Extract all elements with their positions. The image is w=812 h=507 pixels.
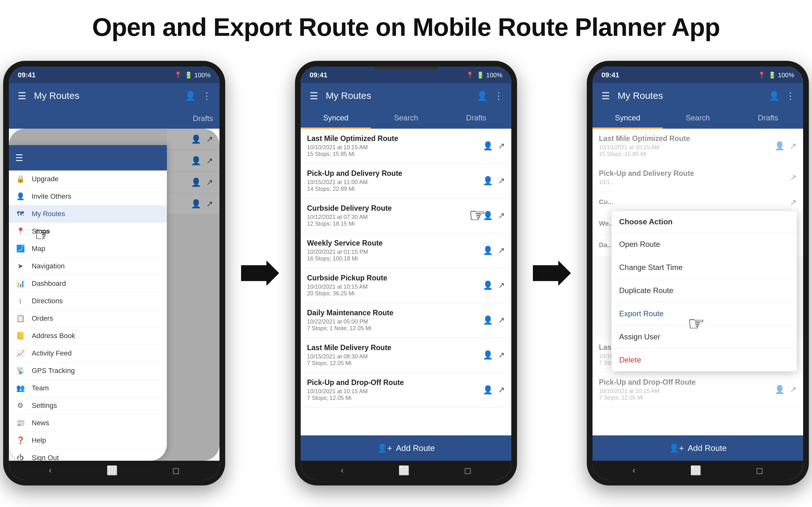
svg-marker-1 <box>533 261 571 286</box>
assign-icon-2-1[interactable]: 👤 <box>483 176 493 186</box>
route-item-2-1[interactable]: Pick-Up and Delivery Route 10/15/2021 at… <box>301 164 511 199</box>
drawer-item-activityfeed[interactable]: 📈 Activity Feed <box>9 345 167 362</box>
context-menu-change-start-time[interactable]: Change Start Time <box>612 256 797 279</box>
context-menu: Choose Action Open Route Change Start Ti… <box>612 211 797 372</box>
more-vert-icon-2[interactable]: ⋮ <box>492 89 505 103</box>
more-vert-icon-1[interactable]: ⋮ <box>200 89 213 103</box>
hamburger-icon-2[interactable]: ☰ <box>307 88 321 104</box>
drawer-item-invite[interactable]: 👤 Invite Others <box>9 188 167 205</box>
recents-icon-1[interactable]: ◻ <box>172 465 180 475</box>
export-icon-2-4[interactable]: ↗ <box>498 280 505 290</box>
recents-icon-3[interactable]: ◻ <box>756 465 763 475</box>
drawer-item-dashboard[interactable]: 📊 Dashboard <box>9 275 167 292</box>
route-item-3-curbside[interactable]: Cu... ↗ <box>593 192 803 213</box>
context-menu-open-route[interactable]: Open Route <box>612 233 797 256</box>
export-icon-2-5[interactable]: ↗ <box>498 315 505 325</box>
more-vert-icon-3[interactable]: ⋮ <box>784 89 797 103</box>
export-icon-3-c[interactable]: ↗ <box>790 198 797 207</box>
back-icon-3[interactable]: ‹ <box>632 465 635 475</box>
route-item-3-pickup[interactable]: Pick-Up and Drop-Off Route 10/10/2021 at… <box>593 372 803 407</box>
tab-search-2[interactable]: Search <box>371 108 441 129</box>
export-icon-2-0[interactable]: ↗ <box>498 141 505 151</box>
phone-2: 09:41 📍 🔋 100% ☰ My Routes 👤 ⋮ Synced Se… <box>295 61 517 486</box>
home-icon-1[interactable]: ⬜ <box>107 465 118 475</box>
drawer-item-signout[interactable]: ⏻ Sign Out <box>9 449 167 461</box>
person-add-icon-3[interactable]: 👤 <box>767 89 781 103</box>
context-menu-export-route[interactable]: Export Route <box>612 302 797 326</box>
context-menu-assign-user[interactable]: Assign User <box>612 326 797 349</box>
drawer-item-settings[interactable]: ⚙ Settings <box>9 397 167 414</box>
drawer-item-stops[interactable]: 📍 Stops <box>9 223 167 240</box>
drawer-item-help[interactable]: ❓ Help <box>9 432 167 449</box>
assign-icon-2-0[interactable]: 👤 <box>483 141 493 151</box>
export-icon-2-7[interactable]: ↗ <box>498 385 505 395</box>
drawer-item-upgrade[interactable]: 🔒 Upgrade <box>9 170 167 188</box>
person-add-icon-2[interactable]: 👤 <box>475 89 490 103</box>
export-icon-3-1[interactable]: ↗ <box>790 173 797 182</box>
route-item-2-3[interactable]: Weekly Service Route 10/20/2021 at 01:15… <box>301 233 511 268</box>
assign-icon-3-pu[interactable]: 👤 <box>774 385 785 395</box>
assign-icon-2-5[interactable]: 👤 <box>483 315 493 325</box>
tab-synced-3[interactable]: Synced <box>593 108 663 129</box>
drawer-label-stops: Stops <box>32 227 49 235</box>
export-icon-2-6[interactable]: ↗ <box>498 350 505 360</box>
export-icon-3-pu[interactable]: ↗ <box>790 385 797 395</box>
context-menu-duplicate-route[interactable]: Duplicate Route <box>612 279 797 302</box>
route-item-2-5[interactable]: Daily Maintenance Route 10/22/2021 at 05… <box>301 303 511 338</box>
hamburger-icon-1[interactable]: ☰ <box>15 88 29 104</box>
location-icon-1: 📍 <box>174 71 182 79</box>
drawer-label-invite: Invite Others <box>32 192 71 201</box>
routes-icon: 🗺 <box>15 210 26 218</box>
drawer-item-news[interactable]: 📰 News <box>9 414 167 432</box>
route-item-2-4[interactable]: Curbside Pickup Route 10/10/2021 at 10:1… <box>301 268 511 303</box>
drawer-item-directions[interactable]: ↕ Directions <box>9 292 167 310</box>
drawer-label-help: Help <box>32 436 46 445</box>
drawer-item-myroutes[interactable]: 🗺 My Routes <box>9 205 167 223</box>
recents-icon-2[interactable]: ◻ <box>464 465 471 475</box>
add-route-button-2[interactable]: 👤+ Add Route <box>301 435 511 461</box>
arrow-2 <box>533 261 571 286</box>
route-item-3-0[interactable]: Last Mile Optimized Route 10/10/2021 at … <box>593 129 803 164</box>
drawer-item-map[interactable]: 🗾 Map <box>9 240 167 258</box>
battery-icon-2: 🔋 100% <box>476 71 502 79</box>
drawer-item-team[interactable]: 👥 Team <box>9 380 167 397</box>
export-icon-2-1[interactable]: ↗ <box>498 176 505 186</box>
addressbook-icon: 📒 <box>15 332 26 340</box>
assign-icon-3-0[interactable]: 👤 <box>774 141 785 151</box>
tab-search-3[interactable]: Search <box>663 108 733 129</box>
home-icon-3[interactable]: ⬜ <box>690 465 701 475</box>
home-icon-2[interactable]: ⬜ <box>398 465 409 475</box>
add-route-icon-3: 👤+ <box>669 443 684 453</box>
assign-icon-2-6[interactable]: 👤 <box>483 350 493 360</box>
route-item-2-7[interactable]: Pick-Up and Drop-Off Route 10/10/2021 at… <box>301 373 511 407</box>
tab-drafts-2[interactable]: Drafts <box>441 108 511 129</box>
tab-drafts-3[interactable]: Drafts <box>733 108 803 129</box>
route-item-2-2[interactable]: Curbside Delivery Route 10/12/2021 at 07… <box>301 199 511 233</box>
route-item-2-6[interactable]: Last Mile Delivery Route 10/15/2021 at 0… <box>301 338 511 373</box>
assign-icon-2-2[interactable]: 👤 <box>483 211 493 221</box>
add-route-button-3[interactable]: 👤+ Add Route <box>593 435 803 461</box>
person-add-icon-1[interactable]: 👤 <box>183 89 198 103</box>
drawer-item-navigation[interactable]: ➤ Navigation <box>9 258 167 275</box>
hamburger-icon-3[interactable]: ☰ <box>599 88 612 104</box>
add-route-icon-2: 👤+ <box>377 443 392 453</box>
activityfeed-icon: 📈 <box>15 349 26 357</box>
drawer-item-addressbook[interactable]: 📒 Address Book <box>9 327 167 345</box>
drawer-item-orders[interactable]: 📋 Orders <box>9 310 167 327</box>
tab-synced-2[interactable]: Synced <box>301 108 371 129</box>
dashboard-icon: 📊 <box>15 279 26 288</box>
back-icon-2[interactable]: ‹ <box>341 465 344 475</box>
assign-icon-2-3[interactable]: 👤 <box>483 245 493 256</box>
route-item-2-0[interactable]: Last Mile Optimized Route 10/10/2021 at … <box>301 129 511 164</box>
assign-icon-2-7[interactable]: 👤 <box>483 385 493 395</box>
export-icon-3-0[interactable]: ↗ <box>790 141 797 151</box>
export-icon-2-2[interactable]: ↗ <box>498 211 505 221</box>
context-menu-delete[interactable]: Delete <box>612 349 797 372</box>
route-item-3-1[interactable]: Pick-Up and Delivery Route 10/1... ↗ <box>593 164 803 192</box>
hamburger-icon-drawer[interactable]: ☰ <box>15 153 23 163</box>
phone-3: 09:41 📍 🔋 100% ☰ My Routes 👤 ⋮ Synced Se… <box>587 61 809 486</box>
back-icon-1[interactable]: ‹ <box>49 465 52 475</box>
assign-icon-2-4[interactable]: 👤 <box>483 280 493 290</box>
export-icon-2-3[interactable]: ↗ <box>498 245 505 256</box>
drawer-item-gpstracking[interactable]: 📡 GPS Tracking <box>9 362 167 380</box>
